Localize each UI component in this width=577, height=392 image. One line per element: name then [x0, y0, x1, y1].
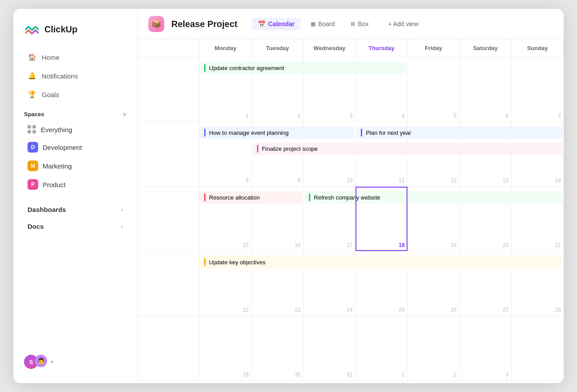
app-container: ClickUp 🏠 Home 🔔 Notifications 🏆 Goals S…: [13, 9, 564, 383]
date-15: 15: [243, 242, 249, 248]
date-12: 12: [451, 177, 456, 184]
event-finalize-scope[interactable]: Finalize project scope: [253, 142, 563, 155]
date-2: 2: [298, 113, 301, 119]
dashboards-chevron-icon: ›: [121, 207, 123, 213]
date-23: 23: [295, 307, 300, 313]
add-view-label: + Add view: [388, 20, 418, 27]
event-label: Update contractor agreement: [209, 65, 284, 71]
dashboards-label: Dashboards: [28, 206, 66, 213]
sidebar-item-notifications[interactable]: 🔔 Notifications: [17, 67, 134, 85]
week1-cell-sun[interactable]: 7: [512, 57, 564, 122]
event-label: Plan for next year: [366, 129, 411, 136]
logo-area[interactable]: ClickUp: [13, 18, 137, 48]
calendar-tab-icon: 📅: [258, 20, 265, 27]
calendar-area: Monday Tuesday Wednesday Thursday Friday…: [138, 39, 564, 383]
cal-header-tuesday: Tuesday: [252, 39, 304, 57]
week3-label-cell: [138, 187, 200, 251]
event-refresh-website[interactable]: Refresh company website: [304, 191, 563, 204]
ev-indicator: [204, 193, 206, 201]
cal-header-spacer: [138, 39, 200, 57]
clickup-logo-icon: [24, 21, 40, 37]
sidebar-item-product[interactable]: P Product: [17, 176, 134, 193]
week4-label-cell: [138, 251, 200, 316]
sidebar-item-dashboards[interactable]: Dashboards ›: [17, 201, 134, 218]
week5-cell-sat[interactable]: 3: [460, 316, 512, 380]
box-tab-icon: ⊞: [351, 21, 355, 27]
event-resource-allocation[interactable]: Resource allocation: [200, 191, 302, 204]
marketing-icon: M: [28, 161, 38, 171]
date-2b: 2: [454, 372, 457, 378]
date-17: 17: [347, 242, 352, 248]
event-label: How to manage event planning: [209, 129, 288, 136]
date-6: 6: [506, 113, 509, 119]
tab-calendar[interactable]: 📅 Calendar: [252, 18, 301, 30]
event-update-key-objectives[interactable]: Update key objectives: [200, 256, 562, 268]
home-icon: 🏠: [28, 53, 36, 62]
avatar-stack: S 👨: [24, 355, 47, 369]
user-area[interactable]: S 👨 ▾: [13, 349, 137, 374]
cal-header-sunday: Sunday: [512, 39, 564, 57]
project-icon: 📦: [148, 16, 164, 32]
event-plan-next-year[interactable]: Plan for next year: [356, 126, 563, 139]
sidebar-item-everything-label: Everything: [41, 126, 72, 133]
tab-board[interactable]: ▦ Board: [304, 18, 341, 30]
event-update-contractor[interactable]: Update contractor agreement: [200, 62, 406, 74]
trophy-icon: 🏆: [28, 90, 36, 99]
date-4: 4: [402, 113, 405, 119]
sidebar-item-home[interactable]: 🏠 Home: [17, 48, 134, 66]
avatar-photo: 👨: [35, 355, 47, 367]
sidebar-item-everything[interactable]: Everything: [17, 122, 134, 137]
event-label: Refresh company website: [314, 194, 380, 201]
week2-label-cell: [138, 122, 200, 186]
week5-cell-mon[interactable]: 29: [200, 316, 252, 380]
sidebar-item-development-label: Development: [43, 144, 82, 151]
sidebar-item-development[interactable]: D Development: [17, 138, 134, 156]
week5-label-cell: [138, 316, 200, 380]
week5-cell-fri[interactable]: 2: [408, 316, 460, 380]
development-icon: D: [28, 142, 38, 153]
project-title: Release Project: [171, 19, 237, 29]
user-dropdown-icon: ▾: [51, 359, 53, 365]
date-10: 10: [347, 177, 352, 184]
board-tab-icon: ▦: [311, 21, 316, 27]
date-19: 19: [451, 242, 456, 248]
event-event-planning[interactable]: How to manage event planning: [200, 126, 354, 139]
ev-indicator: [361, 129, 362, 137]
add-view-button[interactable]: + Add view: [382, 18, 424, 30]
week5-cell-thu[interactable]: 1: [356, 316, 407, 380]
sidebar-item-product-label: Product: [43, 181, 66, 188]
week-2: 8 9 10 11 12 13 14 How to manage event p…: [138, 122, 564, 187]
sidebar-item-home-label: Home: [42, 54, 59, 61]
spaces-label: Spaces: [24, 111, 44, 118]
project-icon-emoji: 📦: [151, 19, 161, 29]
date-31: 31: [347, 372, 352, 378]
week1-cell-sat[interactable]: 6: [460, 57, 512, 122]
date-13: 13: [502, 177, 508, 184]
ev-indicator: [204, 64, 206, 72]
week1-label-cell: [138, 57, 200, 122]
spaces-section-header: Spaces ∨: [13, 104, 137, 121]
ev-indicator: [204, 258, 206, 266]
spaces-chevron-icon[interactable]: ∨: [123, 111, 126, 118]
week5-cell-tue[interactable]: 30: [252, 316, 304, 380]
date-26: 26: [451, 307, 456, 313]
week5-cell-sun[interactable]: [512, 316, 564, 380]
ev-indicator: [257, 145, 258, 153]
date-27: 27: [502, 307, 508, 313]
sidebar-item-docs[interactable]: Docs ›: [17, 218, 134, 235]
date-5: 5: [454, 113, 457, 119]
week1-cell-fri[interactable]: 5: [408, 57, 460, 122]
sidebar-item-marketing[interactable]: M Marketing: [17, 157, 134, 175]
docs-label: Docs: [28, 223, 44, 230]
sidebar-item-goals[interactable]: 🏆 Goals: [17, 86, 134, 103]
calendar-tab-label: Calendar: [268, 20, 295, 27]
date-18: 18: [399, 242, 404, 248]
calendar-header: Monday Tuesday Wednesday Thursday Friday…: [138, 39, 564, 57]
date-1b: 1: [402, 372, 405, 378]
week5-cell-wed[interactable]: 31: [304, 316, 356, 380]
date-22: 22: [243, 307, 249, 313]
tab-box[interactable]: ⊞ Box: [344, 18, 375, 30]
box-tab-label: Box: [358, 20, 368, 27]
event-label: Resource allocation: [209, 194, 260, 201]
week-5: 29 30 31 1 2 3: [138, 316, 564, 381]
